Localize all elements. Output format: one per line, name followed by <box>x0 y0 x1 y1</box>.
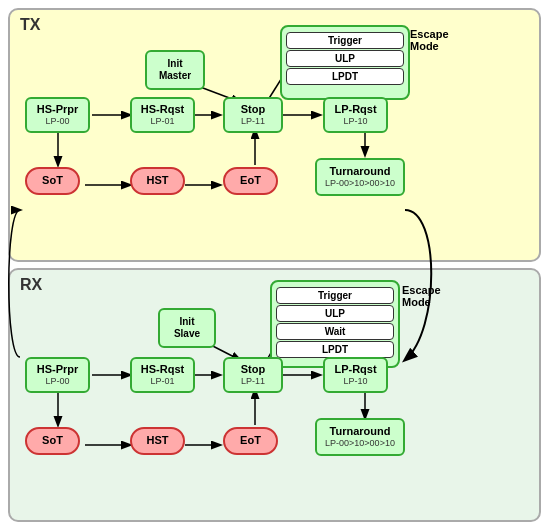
tx-label: TX <box>20 16 40 34</box>
rx-eot: EoT <box>223 427 278 455</box>
rx-escape-label: EscapeMode <box>402 284 441 308</box>
rx-stop: Stop LP-11 <box>223 357 283 393</box>
tx-eot: EoT <box>223 167 278 195</box>
tx-stop: Stop LP-11 <box>223 97 283 133</box>
rx-escape-trigger: Trigger <box>276 287 394 304</box>
rx-init-slave: Init Slave <box>158 308 216 348</box>
rx-hst: HST <box>130 427 185 455</box>
tx-escape-label: EscapeMode <box>410 28 449 52</box>
tx-arrows <box>10 10 539 260</box>
rx-escape-box: Trigger ULP Wait LPDT <box>270 280 400 368</box>
rx-sot: SoT <box>25 427 80 455</box>
tx-escape-box: Trigger ULP LPDT <box>280 25 410 100</box>
tx-init-master: Init Master <box>145 50 205 90</box>
tx-escape-ulp: ULP <box>286 50 404 67</box>
rx-escape-lpdt: LPDT <box>276 341 394 358</box>
tx-lp-rqst: LP-Rqst LP-10 <box>323 97 388 133</box>
diagram-container: TX <box>0 0 549 530</box>
tx-escape-lpdt: LPDT <box>286 68 404 85</box>
rx-section: RX <box>8 268 541 522</box>
rx-turnaround: Turnaround LP-00>10>00>10 <box>315 418 405 456</box>
tx-turnaround: Turnaround LP-00>10>00>10 <box>315 158 405 196</box>
rx-hs-rqst: HS-Rqst LP-01 <box>130 357 195 393</box>
rx-label: RX <box>20 276 42 294</box>
tx-escape-trigger: Trigger <box>286 32 404 49</box>
rx-escape-wait: Wait <box>276 323 394 340</box>
rx-hs-prpr: HS-Prpr LP-00 <box>25 357 90 393</box>
tx-hs-prpr: HS-Prpr LP-00 <box>25 97 90 133</box>
tx-hst: HST <box>130 167 185 195</box>
rx-lp-rqst: LP-Rqst LP-10 <box>323 357 388 393</box>
tx-section: TX <box>8 8 541 262</box>
tx-hs-rqst: HS-Rqst LP-01 <box>130 97 195 133</box>
tx-sot: SoT <box>25 167 80 195</box>
rx-escape-ulp: ULP <box>276 305 394 322</box>
tx-init-master-label: Init Master <box>159 58 191 82</box>
